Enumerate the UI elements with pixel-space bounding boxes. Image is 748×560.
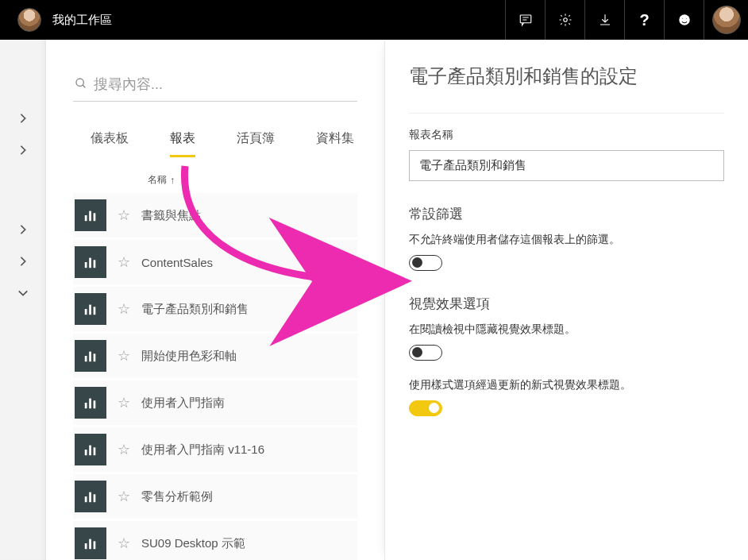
report-name: 使用者入門指南 v11-16 bbox=[141, 442, 264, 458]
favorite-star-icon[interactable]: ☆ bbox=[106, 488, 141, 505]
feedback-icon[interactable] bbox=[505, 0, 545, 40]
nav-item-3[interactable] bbox=[16, 222, 30, 237]
svg-rect-21 bbox=[85, 450, 87, 455]
table-row[interactable]: ☆ 書籤與焦點 bbox=[73, 193, 357, 238]
profile-avatar[interactable] bbox=[704, 0, 748, 40]
table-row[interactable]: ☆ 使用者入門指南 bbox=[73, 380, 357, 425]
table-row[interactable]: ☆ 零售分析範例 bbox=[73, 474, 357, 519]
report-name: SU09 Desktop 示範 bbox=[141, 536, 245, 551]
svg-point-4 bbox=[685, 18, 687, 20]
svg-rect-7 bbox=[89, 211, 91, 222]
svg-rect-27 bbox=[85, 543, 87, 549]
search-input[interactable] bbox=[94, 76, 356, 93]
divider bbox=[409, 113, 724, 114]
workspace-title: 我的工作區 bbox=[52, 13, 112, 28]
report-thumb-icon bbox=[75, 527, 106, 559]
table-row[interactable]: ☆ 使用者入門指南 v11-16 bbox=[73, 427, 357, 472]
report-thumb-icon bbox=[75, 246, 106, 278]
avatar[interactable] bbox=[17, 8, 41, 32]
svg-rect-23 bbox=[94, 447, 96, 455]
svg-point-3 bbox=[681, 18, 683, 20]
svg-rect-22 bbox=[89, 446, 91, 456]
svg-point-1 bbox=[563, 18, 567, 22]
report-name: 零售分析範例 bbox=[141, 489, 213, 504]
svg-rect-10 bbox=[89, 258, 91, 268]
hide-header-toggle[interactable] bbox=[409, 345, 442, 361]
hide-header-desc: 在閱讀檢視中隱藏視覺效果標題。 bbox=[409, 322, 724, 337]
svg-rect-17 bbox=[94, 353, 96, 361]
svg-rect-6 bbox=[85, 215, 87, 221]
report-name: 電子產品類別和銷售 bbox=[141, 302, 249, 317]
column-header-name[interactable]: 名稱 ↑ bbox=[73, 173, 357, 187]
tab-workbooks[interactable]: 活頁簿 bbox=[237, 130, 275, 157]
favorite-star-icon[interactable]: ☆ bbox=[106, 253, 141, 271]
table-row[interactable]: ☆ 開始使用色彩和軸 bbox=[73, 334, 357, 378]
report-name: 使用者入門指南 bbox=[141, 396, 225, 411]
svg-rect-28 bbox=[89, 539, 91, 550]
left-nav-rail bbox=[0, 40, 46, 560]
help-icon[interactable]: ? bbox=[624, 0, 664, 40]
report-thumb-icon bbox=[75, 481, 106, 512]
svg-rect-29 bbox=[94, 541, 96, 549]
visual-options-head: 視覺效果選項 bbox=[409, 295, 724, 313]
svg-rect-20 bbox=[94, 400, 96, 408]
report-name: 開始使用色彩和軸 bbox=[141, 349, 237, 364]
modern-header-desc: 使用樣式選項經過更新的新式視覺效果標題。 bbox=[409, 378, 724, 392]
modern-header-toggle[interactable] bbox=[409, 400, 442, 416]
svg-rect-11 bbox=[94, 260, 96, 268]
svg-point-2 bbox=[679, 14, 690, 25]
svg-rect-8 bbox=[94, 213, 96, 221]
table-row[interactable]: ☆ 電子產品類別和銷售 bbox=[73, 287, 357, 331]
nav-item-2[interactable] bbox=[16, 143, 30, 157]
favorite-star-icon[interactable]: ☆ bbox=[106, 535, 141, 552]
settings-panel: 電子產品類別和銷售的設定 報表名稱 常設篩選 不允許終端使用者儲存這個報表上的篩… bbox=[384, 40, 748, 560]
svg-rect-14 bbox=[94, 307, 96, 315]
report-thumb-icon bbox=[75, 199, 106, 231]
nav-item-expanded[interactable] bbox=[16, 286, 30, 300]
gear-icon[interactable] bbox=[545, 0, 584, 40]
tab-datasets[interactable]: 資料集 bbox=[316, 130, 354, 157]
report-thumb-icon bbox=[75, 293, 106, 325]
tabs: 儀表板 報表 活頁簿 資料集 bbox=[73, 130, 357, 157]
tab-reports[interactable]: 報表 bbox=[170, 130, 195, 157]
sort-asc-icon: ↑ bbox=[170, 175, 175, 186]
favorite-star-icon[interactable]: ☆ bbox=[106, 347, 141, 365]
table-row[interactable]: ☆ SU09 Desktop 示範 bbox=[73, 521, 357, 560]
panel-title: 電子產品類別和銷售的設定 bbox=[409, 64, 724, 89]
svg-rect-26 bbox=[94, 494, 96, 502]
report-name-input[interactable] bbox=[409, 150, 724, 181]
svg-rect-16 bbox=[89, 352, 91, 362]
search-icon bbox=[75, 77, 87, 93]
nav-item-4[interactable] bbox=[16, 254, 30, 268]
svg-rect-19 bbox=[89, 399, 91, 409]
report-name: 書籤與焦點 bbox=[141, 208, 201, 223]
app-header: 我的工作區 ? bbox=[0, 0, 748, 40]
svg-rect-13 bbox=[89, 305, 91, 315]
nav-item-1[interactable] bbox=[16, 111, 30, 126]
download-icon[interactable] bbox=[584, 0, 624, 40]
favorite-star-icon[interactable]: ☆ bbox=[106, 441, 141, 458]
table-row[interactable]: ☆ ContentSales bbox=[73, 240, 357, 284]
main-content: 儀表板 報表 活頁簿 資料集 名稱 ↑ ☆ 書籤與焦點 ☆ ContentSal… bbox=[46, 40, 384, 560]
svg-rect-25 bbox=[89, 492, 91, 503]
smile-icon[interactable] bbox=[664, 0, 704, 40]
svg-rect-18 bbox=[85, 403, 87, 408]
svg-rect-9 bbox=[85, 262, 87, 268]
svg-rect-24 bbox=[85, 496, 87, 502]
favorite-star-icon[interactable]: ☆ bbox=[106, 207, 141, 224]
persistent-filters-desc: 不允許終端使用者儲存這個報表上的篩選。 bbox=[409, 233, 724, 247]
svg-rect-15 bbox=[85, 356, 87, 361]
favorite-star-icon[interactable]: ☆ bbox=[106, 394, 141, 411]
svg-point-5 bbox=[76, 79, 83, 86]
report-thumb-icon bbox=[75, 340, 106, 372]
tab-dashboards[interactable]: 儀表板 bbox=[91, 130, 129, 157]
svg-rect-0 bbox=[520, 15, 531, 23]
persistent-filters-toggle[interactable] bbox=[409, 255, 442, 271]
report-list: ☆ 書籤與焦點 ☆ ContentSales ☆ 電子產品類別和銷售 ☆ 開始使… bbox=[73, 193, 357, 560]
persistent-filters-head: 常設篩選 bbox=[409, 205, 724, 223]
favorite-star-icon[interactable]: ☆ bbox=[106, 300, 141, 318]
report-name-label: 報表名稱 bbox=[409, 128, 724, 142]
report-thumb-icon bbox=[75, 387, 106, 419]
search-bar bbox=[73, 71, 357, 102]
report-thumb-icon bbox=[75, 434, 106, 465]
